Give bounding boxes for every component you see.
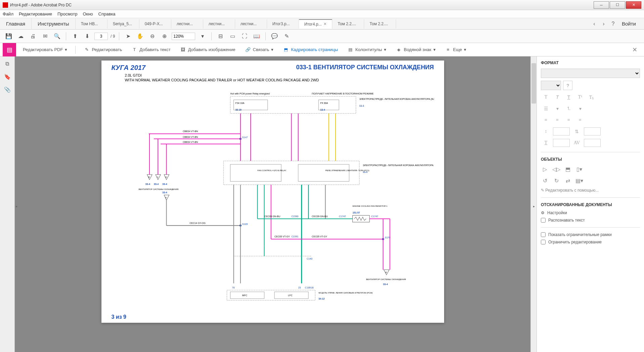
menu-file[interactable]: Файл [3,11,13,16]
line-spacing-icon[interactable]: ↕ [541,127,551,136]
close-editbar-icon[interactable]: ✕ [628,46,641,53]
subscript-icon[interactable]: T₁ [587,93,597,102]
align-justify-icon[interactable]: ≡ [575,116,585,124]
sign-icon[interactable]: ✎ [282,32,291,41]
nav-tools[interactable]: Инструменты [32,18,76,30]
tab-7[interactable]: Итог4.р...✕ [299,19,333,29]
menu-view[interactable]: Просмотр [57,11,77,16]
tab-0[interactable]: Том НВ... [76,19,108,29]
zoom-dropdown-icon[interactable]: ▾ [198,32,207,41]
link-button[interactable]: 🔗Связать ▾ [242,44,276,55]
headers-button[interactable]: ▤Колонтитулы ▾ [345,44,389,55]
line-spacing-input[interactable] [553,127,570,135]
page-number-input[interactable] [94,33,108,40]
menu-edit[interactable]: Редактирование [19,11,52,16]
tab-6[interactable]: Итог3.р... [267,19,299,29]
italic-icon[interactable]: T [552,93,562,102]
text-color-icon[interactable]: T [541,139,551,147]
menu-help[interactable]: Справка [98,11,116,16]
attachments-icon[interactable]: 📎 [4,86,11,93]
color-picker-button[interactable]: ? [563,81,572,90]
add-image-button[interactable]: 🖼Добавить изображение [177,44,238,55]
settings-item[interactable]: ⚙ Настройки [541,210,640,215]
mail-icon[interactable]: ✉ [40,32,50,41]
limit-edit-checkbox[interactable]: Ограничить редактирование [541,240,640,244]
help-icon[interactable]: ? [610,21,616,27]
crop-button[interactable]: ⬒Кадрировать страницы [280,44,341,55]
align-objects-icon[interactable]: ▤▾ [575,177,583,185]
fit-page-icon[interactable]: ▭ [228,32,237,41]
color-input[interactable] [553,139,570,147]
char-spacing-icon[interactable]: AV [572,139,582,147]
collapse-right-icon[interactable]: ▸ [533,204,536,211]
tab-1[interactable]: Seriya_5... [108,19,139,29]
watermark-button[interactable]: ◈Водяной знак ▾ [393,44,438,55]
document-area[interactable]: ◂ КУГА 2017 033-1 ВЕНТИЛЯТОР СИСТЕМЫ ОХЛ… [15,56,536,352]
close-button[interactable]: ✕ [626,1,641,9]
char-spacing-input[interactable] [584,139,601,147]
tab-2[interactable]: 049-Р-Х... [139,19,171,29]
checkbox[interactable] [541,232,546,237]
show-boxes-checkbox[interactable]: Показать ограничительные рамки [541,232,640,237]
dropdown-icon[interactable]: ▾ [552,104,562,113]
arrange-icon[interactable]: ▯▾ [575,165,583,173]
collapse-left-icon[interactable]: ◂ [15,204,18,211]
fullscreen-icon[interactable]: ⛶ [240,32,249,41]
pointer-icon[interactable]: ➤ [123,32,133,41]
zoom-out-icon[interactable]: ⊖ [147,32,157,41]
underline-icon[interactable]: T [564,93,574,102]
dropdown-icon[interactable]: ▾ [575,104,585,113]
hand-icon[interactable]: ✋ [135,32,145,41]
replace-icon[interactable]: ⇄ [564,177,572,185]
tab-5[interactable]: лестни... [235,19,267,29]
print-icon[interactable]: 🖨 [28,32,38,41]
tab-3[interactable]: лестни... [171,19,203,29]
thumbnails-icon[interactable]: ⧉ [4,61,11,67]
page-up-icon[interactable]: ⬆ [70,32,80,41]
tab-8[interactable]: Том 2.2.... [332,19,364,29]
rotate-cw-icon[interactable]: ↻ [552,177,560,185]
align-center-icon[interactable]: ≡ [552,116,562,124]
page-down-icon[interactable]: ⬇ [82,32,92,41]
bullet-list-icon[interactable]: ☰ [541,104,551,113]
flip-v-icon[interactable]: ◁▷ [552,165,560,173]
login-button[interactable]: Войти [619,21,639,27]
checkbox[interactable] [541,240,546,244]
superscript-icon[interactable]: T¹ [575,93,585,102]
recognize-text-checkbox[interactable]: Распознавать текст [541,218,640,223]
align-right-icon[interactable]: ≡ [564,116,574,124]
tab-4[interactable]: лестни... [203,19,235,29]
fit-width-icon[interactable]: ⊟ [216,32,225,41]
edit-button[interactable]: ✎Редактировать [81,44,125,55]
fontsize-select[interactable] [541,81,561,90]
add-text-button[interactable]: TДобавить текст [129,44,173,55]
edit-with-link[interactable]: ✎ Редактировать с помощью... [541,188,640,193]
flip-h-icon[interactable]: ▷ [541,165,549,173]
numbered-list-icon[interactable]: ⒈ [564,104,574,113]
minimize-button[interactable]: ─ [594,1,609,9]
more-button[interactable]: ≡Еще ▾ [442,44,469,55]
checkbox[interactable] [541,218,546,223]
cloud-icon[interactable]: ☁ [16,32,26,41]
maximize-button[interactable]: ☐ [610,1,625,9]
font-select[interactable] [541,69,640,78]
prev-tab-icon[interactable]: ‹ [591,21,598,27]
menu-window[interactable]: Окно [83,11,93,16]
comment-icon[interactable]: 💬 [270,32,279,41]
bookmarks-icon[interactable]: 🔖 [4,73,11,80]
crop-object-icon[interactable]: ⬒ [564,165,572,173]
zoom-in-icon[interactable]: ⊕ [160,32,169,41]
save-icon[interactable]: 💾 [4,32,13,41]
nav-home[interactable]: Главная [0,18,32,30]
tab-9[interactable]: Том 2.2.... [364,19,396,29]
zoom-select[interactable] [172,33,195,40]
read-mode-icon[interactable]: 📖 [252,32,261,41]
bold-icon[interactable]: T [541,93,551,102]
tab-close-icon[interactable]: ✕ [324,22,327,26]
edit-pdf-highlight-icon[interactable]: ▤ [3,43,16,56]
edit-pdf-title[interactable]: Редактировать PDF ▾ [20,44,70,55]
align-left-icon[interactable]: ≡ [541,116,551,124]
paragraph-spacing-icon[interactable]: ⇅ [572,127,582,136]
search-icon[interactable]: 🔍 [52,32,62,41]
rotate-ccw-icon[interactable]: ↺ [541,177,549,185]
